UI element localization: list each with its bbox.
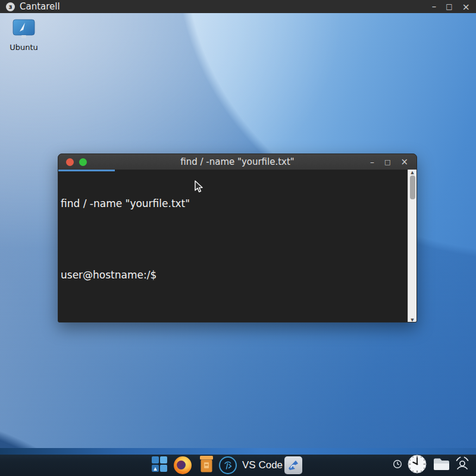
display-monitor-icon [11, 19, 37, 39]
terminal-line [61, 233, 405, 245]
terminal-window: find / -name "yourfile.txt" – □ × find /… [58, 154, 417, 322]
cast-glyph [453, 455, 471, 473]
close-dot-icon[interactable] [66, 158, 74, 166]
clock-outline-icon[interactable] [393, 459, 402, 471]
terminal-line: user@hostname:/$ [61, 269, 405, 281]
scrollbar[interactable]: ▲ ▼ [408, 170, 416, 322]
terminal-title: find / -name "yourfile.txt" [58, 156, 416, 167]
terminal-window-controls: – □ × [370, 156, 416, 167]
app-launcher-tiles-icon[interactable] [151, 456, 168, 475]
desktop-icon-ubuntu[interactable]: Ubuntu [6, 19, 42, 52]
taskbar: VS Code [0, 455, 476, 476]
font-app-icon: ɜ [6, 2, 15, 11]
maximize-icon[interactable]: □ [446, 2, 452, 11]
terminal-output: find / -name "yourfile.txt" user@hostnam… [58, 170, 416, 322]
package-icon[interactable] [198, 455, 215, 475]
terminal-body[interactable]: find / -name "yourfile.txt" user@hostnam… [58, 170, 416, 322]
terminal-line [61, 305, 405, 317]
desktop-icon-label: Ubuntu [6, 43, 42, 52]
vscode-taskbar-label[interactable]: VS Code [242, 459, 283, 471]
wallpaper-horizon-strip [0, 448, 476, 455]
mouse-pointer-icon [194, 180, 204, 193]
top-bar-title: Cantarell [20, 1, 60, 12]
maximize-icon[interactable]: □ [384, 158, 390, 166]
minimize-icon[interactable]: – [370, 157, 374, 167]
close-icon[interactable]: × [400, 156, 408, 167]
clock-face-glyph [408, 455, 427, 474]
folder-glyph [433, 456, 450, 472]
dev-app-circle-icon[interactable] [219, 456, 237, 474]
blue-ribbon-glyph [286, 458, 300, 472]
terminal-line: find / -name "yourfile.txt" [61, 198, 405, 209]
scrollbar-thumb[interactable] [410, 176, 415, 199]
small-clock-glyph [393, 459, 402, 469]
tiles-icon [151, 456, 168, 472]
maximize-dot-icon[interactable] [79, 158, 87, 166]
code-app-icon[interactable] [284, 456, 302, 474]
scroll-up-icon[interactable]: ▲ [411, 170, 414, 176]
firefox-icon[interactable] [174, 456, 192, 474]
analog-clock-icon[interactable] [408, 455, 427, 476]
terminal-titlebar[interactable]: find / -name "yourfile.txt" – □ × [58, 154, 416, 170]
top-bar-window-controls: – □ × [432, 1, 470, 12]
top-bar: ɜ Cantarell – □ × [0, 0, 476, 13]
firefox-core [177, 461, 186, 469]
package-box-icon [198, 455, 215, 473]
minimize-icon[interactable]: – [432, 1, 437, 12]
screen-share-icon[interactable] [453, 455, 471, 475]
traffic-lights [58, 158, 87, 166]
circle-app-glyph [223, 460, 233, 471]
active-tab-indicator [58, 170, 115, 171]
file-manager-folder-icon[interactable] [433, 456, 450, 474]
close-icon[interactable]: × [462, 1, 470, 12]
scroll-down-icon[interactable]: ▼ [411, 317, 414, 322]
